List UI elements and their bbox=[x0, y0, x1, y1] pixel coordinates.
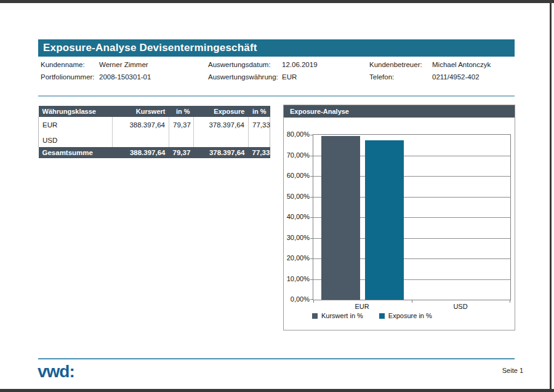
total-kurswert: 388.397,64 bbox=[113, 147, 169, 158]
x-axis-label: EUR bbox=[337, 303, 387, 310]
table-row-usd: USD bbox=[39, 133, 270, 147]
auswertungsdatum-label: Auswertungsdatum: bbox=[208, 61, 271, 68]
legend-swatch-icon bbox=[379, 313, 385, 319]
table-row-eur: EUR 388.397,64 79,37 378.397,64 77,33 bbox=[39, 117, 270, 133]
y-tick bbox=[310, 197, 313, 198]
legend-item: Kurswert in % bbox=[312, 312, 363, 319]
kundenbetreuer-label: Kundenbetreuer: bbox=[369, 61, 422, 68]
exposure-table: Währungsklasse Kurswert in % Exposure in… bbox=[38, 106, 270, 158]
y-axis-label: 40,00% bbox=[284, 213, 310, 220]
cell-kurswert-prozent: 79,37 bbox=[169, 117, 194, 133]
y-axis-label: 50,00% bbox=[284, 193, 310, 200]
y-axis-label: 0,00% bbox=[284, 295, 310, 303]
portfolionummer-label: Portfolionummer: bbox=[41, 73, 95, 81]
legend-label: Exposure in % bbox=[388, 312, 432, 319]
x-tick bbox=[313, 300, 314, 303]
legend-label: Kurswert in % bbox=[321, 312, 363, 319]
table-header-row: Währungsklasse Kurswert in % Exposure in… bbox=[39, 106, 270, 117]
y-tick bbox=[310, 279, 313, 280]
x-tick bbox=[510, 300, 510, 303]
cell-currency: USD bbox=[39, 133, 113, 147]
cell-exposure: 378.397,64 bbox=[194, 117, 249, 133]
col-exposure-prozent: in % bbox=[249, 106, 270, 117]
table-total-row: Gesamtsumme 388.397,64 79,37 378.397,64 … bbox=[39, 147, 270, 158]
total-label: Gesamtsumme bbox=[39, 147, 113, 158]
y-tick bbox=[310, 217, 313, 218]
cell-exposure-prozent bbox=[249, 133, 270, 147]
cell-currency: EUR bbox=[39, 117, 113, 133]
y-tick bbox=[310, 176, 313, 177]
chart-legend: Kurswert in %Exposure in % bbox=[312, 312, 432, 319]
report-page: Exposure-Analyse Devisentermingeschäft K… bbox=[0, 0, 554, 392]
telefon-value: 0211/4952-402 bbox=[432, 73, 480, 81]
cell-kurswert bbox=[113, 133, 169, 147]
auswertungsdatum-value: 12.06.2019 bbox=[282, 61, 318, 68]
report-title: Exposure-Analyse Devisentermingeschäft bbox=[38, 42, 257, 54]
telefon-label: Telefon: bbox=[369, 73, 394, 81]
cell-exposure bbox=[194, 133, 249, 147]
kundenname-value: Werner Zimmer bbox=[99, 61, 148, 68]
y-tick bbox=[310, 258, 313, 259]
y-axis-label: 10,00% bbox=[284, 275, 310, 282]
total-exposure-prozent: 77,33 bbox=[249, 147, 270, 158]
y-tick bbox=[310, 238, 313, 239]
cell-kurswert: 388.397,64 bbox=[113, 117, 169, 133]
auswertungswaehrung-value: EUR bbox=[282, 73, 297, 81]
x-tick bbox=[412, 300, 412, 303]
legend-swatch-icon bbox=[312, 313, 318, 319]
y-axis-label: 70,00% bbox=[284, 151, 310, 159]
cell-kurswert-prozent bbox=[169, 133, 194, 147]
col-exposure: Exposure bbox=[194, 106, 249, 117]
page-number: Seite 1 bbox=[502, 367, 523, 374]
window-border-bottom bbox=[0, 389, 554, 392]
y-axis-label: 20,00% bbox=[284, 254, 310, 262]
cell-exposure-prozent: 77,33 bbox=[249, 117, 270, 133]
portfolionummer-value: 2008-150301-01 bbox=[99, 73, 151, 81]
kundenname-label: Kundenname: bbox=[41, 61, 85, 68]
window-border-right bbox=[550, 0, 552, 392]
chart-bar bbox=[365, 140, 404, 300]
col-kurswert: Kurswert bbox=[113, 106, 169, 117]
total-kurswert-prozent: 79,37 bbox=[169, 147, 194, 158]
chart-plot-area bbox=[313, 134, 511, 300]
col-kurswert-prozent: in % bbox=[169, 106, 194, 117]
chart-bar bbox=[321, 136, 360, 300]
total-exposure: 378.397,64 bbox=[194, 147, 249, 158]
x-axis-label: USD bbox=[436, 303, 485, 310]
header-divider bbox=[38, 95, 515, 97]
footer-divider bbox=[38, 358, 515, 359]
window-border-top bbox=[0, 0, 554, 3]
y-axis-label: 30,00% bbox=[284, 234, 310, 241]
auswertungswaehrung-label: Auswertungswährung: bbox=[208, 73, 278, 81]
y-axis-label: 60,00% bbox=[284, 172, 310, 179]
y-tick bbox=[310, 156, 313, 156]
legend-item: Exposure in % bbox=[379, 312, 432, 319]
y-axis-label: 80,00% bbox=[284, 130, 310, 138]
kundenbetreuer-value: Michael Antonczyk bbox=[432, 61, 491, 68]
vwd-logo: vwd: bbox=[38, 362, 74, 382]
report-title-bar: Exposure-Analyse Devisentermingeschäft bbox=[38, 39, 515, 57]
chart-panel-title: Exposure-Analyse bbox=[284, 105, 515, 118]
chart-panel: Exposure-Analyse Kurswert in %Exposure i… bbox=[283, 105, 515, 330]
col-waehrungsklasse: Währungsklasse bbox=[39, 106, 113, 117]
y-tick bbox=[310, 135, 313, 135]
